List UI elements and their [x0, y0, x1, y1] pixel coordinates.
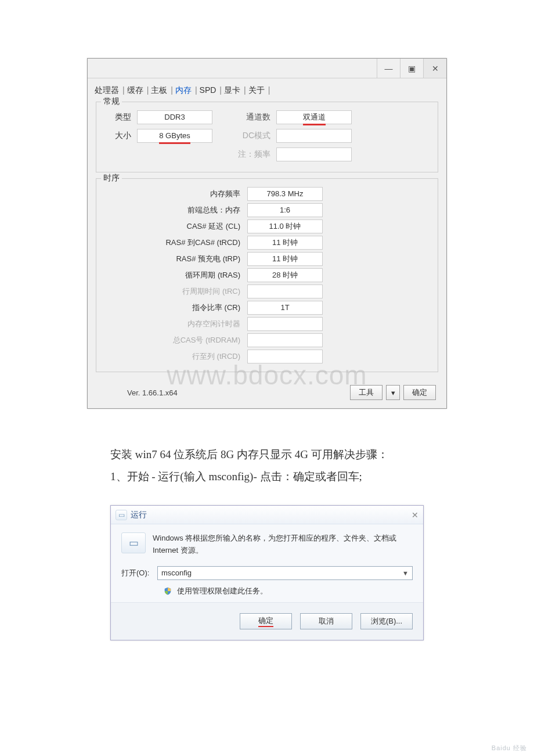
run-open-input[interactable]: msconfig ▼ — [157, 566, 413, 580]
general-legend: 常规 — [101, 96, 122, 107]
dcmode-value — [276, 129, 352, 143]
tab-graphics[interactable]: 显卡 — [223, 83, 241, 98]
run-close-button[interactable]: ✕ — [412, 510, 418, 520]
article-text: 安装 win7 64 位系统后 8G 内存只显示 4G 可用解决步骤： 1、开始… — [110, 444, 447, 488]
tab-caches[interactable]: 缓存 — [126, 83, 145, 98]
timing-label: 前端总线：内存 — [102, 205, 247, 215]
timing-label: 循环周期 (tRAS) — [102, 270, 247, 280]
run-browse-button[interactable]: 浏览(B)... — [360, 613, 413, 629]
size-label: 大小 — [102, 131, 137, 141]
run-open-value: msconfig — [161, 567, 192, 579]
minimize-button[interactable]: — — [377, 59, 400, 78]
timing-row: 循环周期 (tRAS)28 时钟 — [102, 268, 432, 282]
note-value — [276, 147, 352, 161]
timing-value: 11 时钟 — [247, 252, 323, 266]
timing-row: 行至列 (tRCD) — [102, 350, 432, 363]
tab-spd[interactable]: SPD — [199, 83, 218, 98]
timing-row: 前端总线：内存1:6 — [102, 203, 432, 217]
run-ok-button[interactable]: 确定 — [240, 613, 292, 629]
timing-value: 28 时钟 — [247, 268, 323, 282]
timing-label: 内存空闲计时器 — [102, 319, 247, 329]
channels-value: 双通道 — [276, 110, 352, 124]
article-line-2: 1、开始 - 运行(输入 msconfig)- 点击：确定或者回车; — [110, 466, 447, 488]
run-shield-row: 使用管理权限创建此任务。 — [111, 584, 423, 602]
timing-label: 总CAS号 (tRDRAM) — [102, 335, 247, 345]
cpuz-window: — ▣ ✕ 处理器| 缓存| 主板| 内存| SPD| 显卡| 关于| 常规 类… — [87, 58, 447, 409]
timings-legend: 时序 — [101, 173, 122, 183]
run-open-label: 打开(O): — [121, 568, 157, 578]
version-text: Ver. 1.66.1.x64 — [98, 388, 347, 397]
timing-row: 内存空闲计时器 — [102, 317, 432, 331]
tabs: 处理器| 缓存| 主板| 内存| SPD| 显卡| 关于| — [88, 78, 446, 98]
timing-label: 行至列 (tRCD) — [102, 351, 247, 362]
timing-value: 11.0 时钟 — [247, 219, 323, 233]
general-group: 常规 类型 DDR3 通道数 双通道 大小 8 GBytes DC模式 注：频率 — [96, 102, 438, 172]
tab-mainboard[interactable]: 主板 — [150, 83, 168, 98]
timing-label: RAS# 到CAS# (tRCD) — [102, 237, 247, 248]
tab-memory[interactable]: 内存 — [174, 83, 193, 98]
tab-about[interactable]: 关于 — [247, 83, 266, 98]
article-line-1: 安装 win7 64 位系统后 8G 内存只显示 4G 可用解决步骤： — [110, 444, 447, 466]
type-label: 类型 — [102, 112, 137, 123]
timing-row: 总CAS号 (tRDRAM) — [102, 333, 432, 347]
ok-button[interactable]: 确定 — [403, 385, 436, 400]
tools-button[interactable]: 工具 — [350, 385, 383, 400]
timing-label: CAS# 延迟 (CL) — [102, 221, 247, 232]
close-button[interactable]: ✕ — [423, 59, 446, 78]
dcmode-label: DC模式 — [212, 131, 276, 141]
run-dialog: ▭ 运行 ✕ ▭ Windows 将根据您所输入的名称，为您打开相应的程序、文件… — [110, 505, 424, 640]
timing-value — [247, 333, 323, 347]
run-title-text: 运行 — [131, 510, 147, 520]
timing-value — [247, 317, 323, 331]
note-label: 注：频率 — [212, 149, 276, 160]
channels-label: 通道数 — [212, 112, 276, 123]
run-app-icon: ▭ — [121, 532, 146, 553]
timing-value: 1:6 — [247, 203, 323, 217]
run-cancel-button[interactable]: 取消 — [300, 613, 352, 629]
run-description: Windows 将根据您所输入的名称，为您打开相应的程序、文件夹、文档或 Int… — [153, 532, 413, 557]
run-shield-text: 使用管理权限创建此任务。 — [177, 586, 268, 596]
timing-value — [247, 350, 323, 363]
chevron-down-icon[interactable]: ▼ — [402, 567, 409, 579]
timing-label: RAS# 预充电 (tRP) — [102, 254, 247, 264]
timing-row: 指令比率 (CR)1T — [102, 301, 432, 315]
bottom-bar: Ver. 1.66.1.x64 工具 ▾ 确定 — [88, 378, 446, 408]
size-value: 8 GBytes — [137, 129, 212, 143]
timing-row: RAS# 到CAS# (tRCD)11 时钟 — [102, 236, 432, 250]
timing-row: 内存频率798.3 MHz — [102, 187, 432, 201]
timing-value: 798.3 MHz — [247, 187, 323, 201]
timing-row: 行周期时间 (tRC) — [102, 285, 432, 298]
run-titlebar: ▭ 运行 ✕ — [111, 506, 423, 524]
titlebar: — ▣ ✕ — [88, 59, 446, 78]
type-value: DDR3 — [137, 110, 212, 124]
timing-value: 1T — [247, 301, 323, 315]
timing-value: 11 时钟 — [247, 236, 323, 250]
maximize-button[interactable]: ▣ — [400, 59, 423, 78]
timing-label: 内存频率 — [102, 189, 247, 199]
tools-dropdown-button[interactable]: ▾ — [386, 385, 400, 400]
shield-icon — [163, 586, 172, 596]
timing-value — [247, 285, 323, 298]
run-button-bar: 确定 取消 浏览(B)... Baidu 经验 — [111, 602, 423, 640]
timing-row: RAS# 预充电 (tRP)11 时钟 — [102, 252, 432, 266]
timing-label: 指令比率 (CR) — [102, 303, 247, 313]
run-icon-small: ▭ — [116, 510, 127, 520]
timing-label: 行周期时间 (tRC) — [102, 286, 247, 297]
timings-group: 时序 内存频率798.3 MHz前端总线：内存1:6CAS# 延迟 (CL)11… — [96, 178, 438, 372]
timing-row: CAS# 延迟 (CL)11.0 时钟 — [102, 219, 432, 233]
